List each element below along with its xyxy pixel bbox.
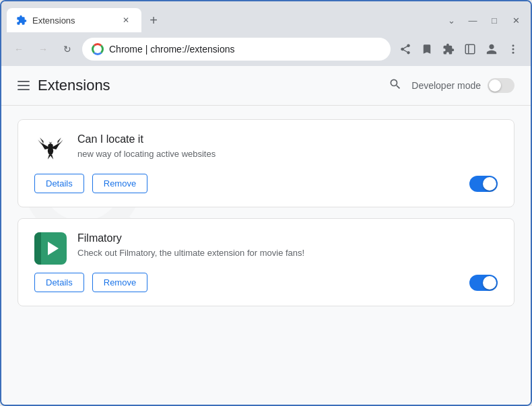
share-icon	[399, 43, 411, 55]
ext-1-toggle[interactable]	[469, 176, 498, 192]
new-tab-button[interactable]: +	[144, 11, 163, 30]
forward-button[interactable]: →	[34, 40, 53, 59]
extensions-toolbar-button[interactable]	[439, 40, 458, 59]
minimize-btn[interactable]: —	[463, 12, 482, 28]
ext-2-remove-button[interactable]: Remove	[92, 273, 147, 292]
puzzle-tab-icon	[16, 15, 27, 26]
bookmark-button[interactable]	[418, 40, 436, 59]
url-bar[interactable]: Chrome | chrome://extensions	[82, 38, 391, 61]
back-button[interactable]: ←	[9, 40, 28, 59]
sidebar-icon	[464, 43, 476, 55]
dropdown-btn[interactable]: ⌄	[442, 12, 461, 28]
address-bar: ← → ↻ Chrome | chrome://extensions	[1, 34, 531, 66]
page-content: Extensions Developer mode	[1, 66, 531, 405]
developer-mode-label: Developer mode	[411, 80, 481, 91]
ext-1-bottom: Details Remove	[34, 174, 498, 193]
title-bar: Extensions ✕ + ⌄ — □ ✕	[1, 1, 531, 34]
bird-icon	[36, 135, 65, 164]
ext-2-info: Filmatory Check out Filmatory, the ultim…	[77, 232, 498, 259]
extensions-header: Extensions Developer mode	[1, 66, 531, 106]
chrome-logo-icon	[92, 43, 104, 55]
refresh-button[interactable]: ↻	[58, 40, 77, 59]
browser-window: Extensions ✕ + ⌄ — □ ✕ ← →	[0, 0, 532, 406]
extensions-list: riash.com	[1, 106, 531, 320]
page-title: Extensions	[38, 77, 110, 94]
account-icon	[486, 43, 498, 55]
extensions-toolbar-icon	[442, 43, 455, 55]
ext-1-details-button[interactable]: Details	[34, 174, 84, 193]
sidebar-button[interactable]	[461, 40, 479, 59]
search-icon	[389, 77, 402, 91]
hamburger-menu[interactable]	[18, 81, 30, 90]
ext-1-top: Can I locate it new way of locating acti…	[34, 133, 498, 166]
extension-card-1: Can I locate it new way of locating acti…	[18, 119, 514, 207]
account-button[interactable]	[482, 40, 501, 59]
svg-point-4	[512, 52, 514, 54]
svg-rect-0	[465, 44, 475, 54]
extensions-tab[interactable]: Extensions ✕	[7, 8, 141, 32]
tab-bar: Extensions ✕ +	[7, 8, 439, 32]
ext-2-name: Filmatory	[77, 232, 498, 244]
search-extensions-button[interactable]	[389, 77, 402, 94]
ext-1-icon	[34, 133, 67, 166]
window-controls: ⌄ — □ ✕	[442, 12, 525, 28]
developer-mode-toggle[interactable]	[488, 78, 514, 93]
ext-1-info: Can I locate it new way of locating acti…	[77, 133, 498, 160]
svg-point-2	[512, 44, 514, 46]
developer-mode-area: Developer mode	[389, 77, 514, 94]
svg-point-8	[48, 143, 53, 149]
url-text: Chrome | chrome://extensions	[109, 44, 381, 55]
ext-2-toggle[interactable]	[469, 275, 498, 291]
bookmark-icon	[421, 43, 433, 55]
ext-1-desc: new way of locating active websites	[77, 148, 498, 160]
extensions-title-area: Extensions	[18, 77, 110, 94]
ext-1-remove-button[interactable]: Remove	[92, 174, 147, 193]
ext-2-details-button[interactable]: Details	[34, 273, 84, 292]
ext-2-bottom: Details Remove	[34, 273, 498, 292]
toolbar-icons	[396, 40, 523, 59]
menu-button[interactable]	[504, 40, 523, 59]
tab-title: Extensions	[32, 15, 75, 26]
maximize-btn[interactable]: □	[485, 12, 504, 28]
tab-close-btn[interactable]: ✕	[120, 14, 132, 26]
ext-2-desc: Check out Filmatory, the ultimate extens…	[77, 247, 498, 259]
svg-point-3	[512, 48, 514, 50]
share-button[interactable]	[396, 40, 415, 59]
ext-2-top: Filmatory Check out Filmatory, the ultim…	[34, 232, 498, 265]
menu-dots-icon	[507, 43, 519, 55]
ext-1-name: Can I locate it	[77, 133, 498, 145]
extension-card-2: Filmatory Check out Filmatory, the ultim…	[18, 218, 514, 306]
ext-2-icon	[34, 232, 67, 265]
play-icon	[48, 242, 59, 255]
close-btn[interactable]: ✕	[506, 12, 525, 28]
